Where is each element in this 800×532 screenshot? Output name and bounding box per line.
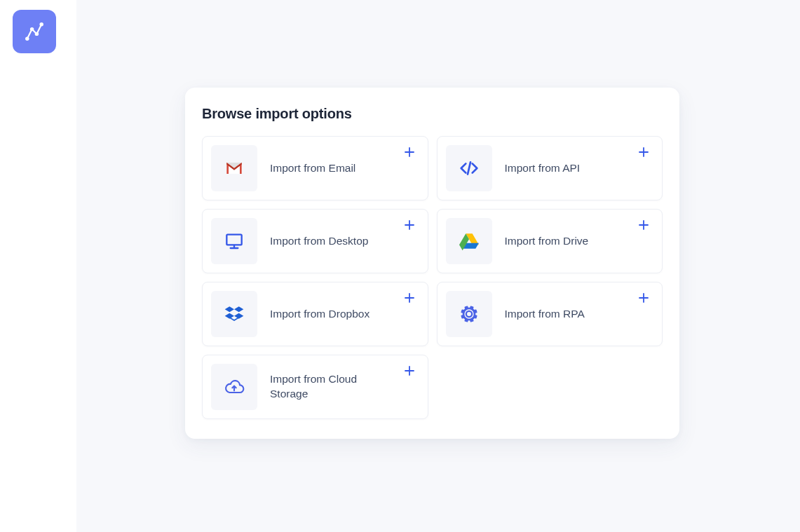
cloud-upload-icon xyxy=(211,364,257,410)
card-label: Import from Dropbox xyxy=(270,307,370,322)
import-option-desktop[interactable]: Import from Desktop xyxy=(202,209,428,273)
import-options-panel: Browse import options Import from Email xyxy=(185,88,679,439)
svg-point-5 xyxy=(35,32,39,36)
import-option-rpa[interactable]: Import from RPA xyxy=(437,282,663,346)
dropbox-icon xyxy=(211,291,257,337)
app-logo[interactable] xyxy=(13,10,56,53)
import-option-drive[interactable]: Import from Drive xyxy=(437,209,663,273)
api-icon xyxy=(446,145,492,191)
drive-icon xyxy=(446,218,492,264)
import-option-email[interactable]: Import from Email xyxy=(202,136,428,200)
import-option-dropbox[interactable]: Import from Dropbox xyxy=(202,282,428,346)
plus-icon xyxy=(637,145,651,159)
plus-icon xyxy=(637,291,651,305)
import-option-cloud-storage[interactable]: Import from Cloud Storage xyxy=(202,355,428,419)
card-label: Import from Drive xyxy=(505,234,589,249)
plus-icon xyxy=(402,145,416,159)
gear-icon xyxy=(446,291,492,337)
import-option-api[interactable]: Import from API xyxy=(437,136,663,200)
desktop-icon xyxy=(211,218,257,264)
logo-network-icon xyxy=(22,20,46,43)
svg-point-4 xyxy=(30,27,34,31)
svg-point-6 xyxy=(39,22,43,26)
svg-point-3 xyxy=(25,36,29,40)
plus-icon xyxy=(637,218,651,232)
plus-icon xyxy=(402,218,416,232)
panel-title: Browse import options xyxy=(202,106,663,122)
card-label: Import from Cloud Storage xyxy=(270,372,382,402)
plus-icon xyxy=(402,291,416,305)
card-label: Import from API xyxy=(505,161,581,176)
svg-rect-8 xyxy=(226,235,241,245)
gmail-icon xyxy=(211,145,257,191)
import-options-grid: Import from Email Import from API xyxy=(202,136,663,419)
plus-icon xyxy=(402,364,416,378)
svg-line-7 xyxy=(468,162,470,174)
card-label: Import from RPA xyxy=(505,307,585,322)
card-label: Import from Email xyxy=(270,161,355,176)
card-label: Import from Desktop xyxy=(270,234,368,249)
